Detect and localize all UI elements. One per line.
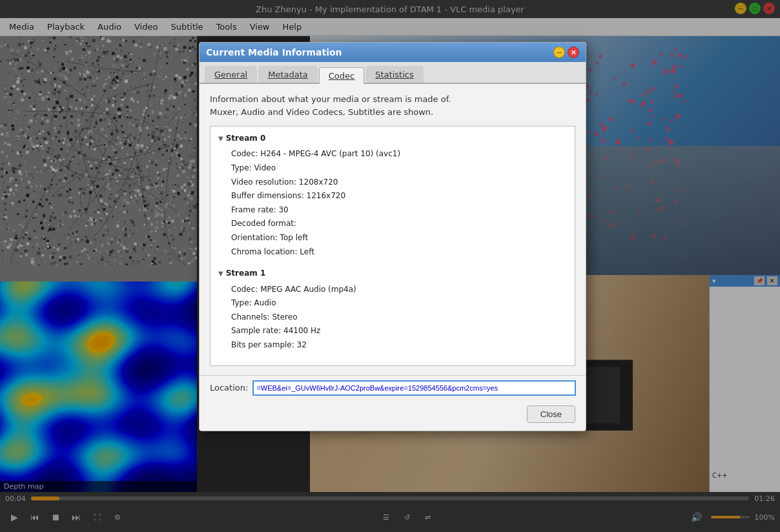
stream-1-details: Codec: MPEG AAC Audio (mp4a) Type: Audio…: [218, 283, 567, 353]
stream-0-field-3: Buffer dimensions: 1216x720: [231, 189, 567, 203]
stream-0-header[interactable]: ▼ Stream 0: [218, 132, 567, 145]
dialog-tabs: General Metadata Codec Statistics: [200, 62, 586, 84]
tab-codec[interactable]: Codec: [319, 67, 364, 84]
tab-metadata[interactable]: Metadata: [258, 66, 318, 83]
stream-0-details: Codec: H264 - MPEG-4 AVC (part 10) (avc1…: [218, 147, 567, 259]
stream-1-field-1: Type: Audio: [231, 296, 567, 311]
media-info-dialog: Current Media Information ─ ✕ General Me…: [199, 42, 586, 431]
dialog-close-button[interactable]: ✕: [568, 46, 579, 58]
dialog-description: Information about what your media or str…: [210, 93, 575, 118]
stream-0-arrow: ▼: [218, 133, 223, 144]
tab-general[interactable]: General: [205, 66, 257, 83]
tab-codec-label: Codec: [329, 71, 354, 81]
dialog-titlebar: Current Media Information ─ ✕: [200, 43, 586, 62]
stream-0-field-7: Chroma location: Left: [231, 245, 567, 260]
dialog-footer: Close: [200, 400, 586, 431]
stream-1-field-4: Bits per sample: 32: [231, 338, 567, 353]
stream-0-name: Stream 0: [226, 132, 266, 145]
dialog-title: Current Media Information: [206, 47, 342, 57]
tab-statistics-label: Statistics: [375, 70, 413, 79]
location-row: Location:: [200, 375, 586, 400]
stream-1-field-0: Codec: MPEG AAC Audio (mp4a): [231, 283, 567, 297]
location-label: Location:: [210, 383, 248, 393]
dialog-minimize-button[interactable]: ─: [553, 46, 565, 58]
stream-0-field-1: Type: Video: [231, 161, 567, 176]
stream-1-arrow: ▼: [218, 268, 223, 279]
stream-0-field-5: Decoded format:: [231, 217, 567, 231]
tab-metadata-label: Metadata: [268, 70, 308, 79]
stream-0-field-0: Codec: H264 - MPEG-4 AVC (part 10) (avc1…: [231, 147, 567, 161]
stream-0-field-6: Orientation: Top left: [231, 231, 567, 245]
stream-0-field-2: Video resolution: 1208x720: [231, 176, 567, 190]
stream-1-field-2: Channels: Stereo: [231, 311, 567, 325]
stream-1-field-3: Sample rate: 44100 Hz: [231, 324, 567, 338]
location-input[interactable]: [253, 381, 575, 395]
tab-statistics[interactable]: Statistics: [365, 66, 423, 83]
dialog-titlebar-controls: ─ ✕: [553, 46, 579, 58]
tab-general-label: General: [214, 70, 247, 79]
close-button[interactable]: Close: [527, 405, 575, 423]
stream-1-name: Stream 1: [226, 267, 266, 280]
stream-1-header[interactable]: ▼ Stream 1: [218, 267, 567, 280]
stream-0-field-4: Frame rate: 30: [231, 203, 567, 218]
description-line1: Information about what your media or str…: [210, 93, 575, 106]
description-line2: Muxer, Audio and Video Codecs, Subtitles…: [210, 106, 575, 119]
dialog-content: Information about what your media or str…: [200, 84, 586, 375]
stream-box: ▼ Stream 0 Codec: H264 - MPEG-4 AVC (par…: [210, 126, 575, 366]
